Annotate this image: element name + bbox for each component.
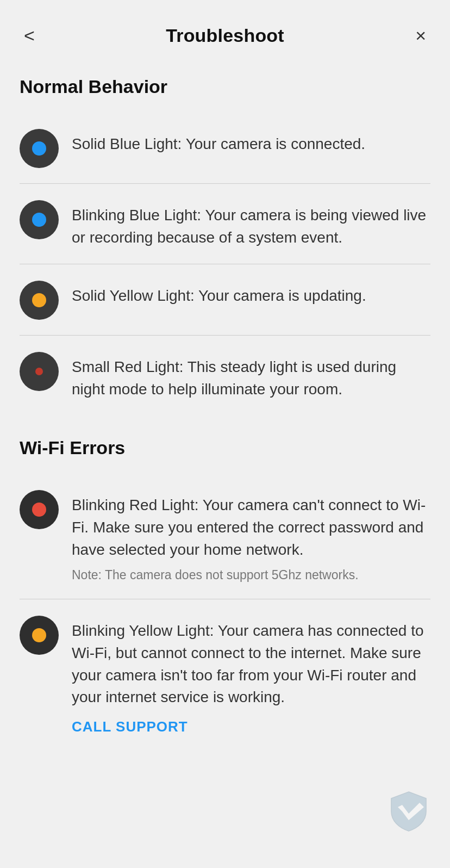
- list-item: Blinking Blue Light: Your camera is bein…: [20, 184, 430, 264]
- list-item: Small Red Light: This steady light is us…: [20, 336, 430, 416]
- list-item: Solid Yellow Light: Your camera is updat…: [20, 264, 430, 336]
- small-red-icon: [20, 352, 59, 391]
- blinking-yellow-text: Blinking Yellow Light: Your camera has c…: [72, 615, 430, 737]
- wifi-note: Note: The camera does not support 5Ghz n…: [72, 566, 430, 584]
- blinking-red-text: Blinking Red Light: Your camera can't co…: [72, 489, 430, 584]
- normal-behavior-section: Normal Behavior Solid Blue Light: Your c…: [20, 76, 430, 416]
- list-item: Blinking Red Light: Your camera can't co…: [20, 474, 430, 599]
- red-large-dot: [32, 503, 46, 517]
- yellow-dot: [32, 293, 46, 307]
- blinking-blue-icon: [20, 200, 59, 239]
- blue-dot: [32, 213, 46, 227]
- yellow-dot-wifi: [32, 628, 46, 642]
- list-item: Solid Blue Light: Your camera is connect…: [20, 113, 430, 184]
- call-support-button[interactable]: CALL SUPPORT: [72, 718, 188, 735]
- header: < Troubleshoot ×: [0, 0, 450, 65]
- blue-dot: [32, 141, 46, 156]
- back-button[interactable]: <: [20, 22, 39, 49]
- close-button[interactable]: ×: [411, 22, 430, 49]
- solid-yellow-icon: [20, 281, 59, 320]
- blinking-yellow-icon: [20, 616, 59, 655]
- small-red-text: Small Red Light: This steady light is us…: [72, 351, 430, 400]
- solid-blue-text: Solid Blue Light: Your camera is connect…: [72, 128, 430, 156]
- content: Normal Behavior Solid Blue Light: Your c…: [0, 65, 450, 785]
- red-small-dot: [35, 368, 43, 375]
- wifi-errors-title: Wi-Fi Errors: [20, 437, 430, 458]
- blinking-blue-text: Blinking Blue Light: Your camera is bein…: [72, 199, 430, 249]
- wifi-errors-section: Wi-Fi Errors Blinking Red Light: Your ca…: [20, 437, 430, 753]
- list-item: Blinking Yellow Light: Your camera has c…: [20, 599, 430, 753]
- brand-watermark: [387, 790, 430, 835]
- blinking-red-icon: [20, 490, 59, 529]
- solid-blue-icon: [20, 129, 59, 168]
- solid-yellow-text: Solid Yellow Light: Your camera is updat…: [72, 280, 430, 307]
- page-title: Troubleshoot: [166, 25, 284, 46]
- normal-behavior-title: Normal Behavior: [20, 76, 430, 97]
